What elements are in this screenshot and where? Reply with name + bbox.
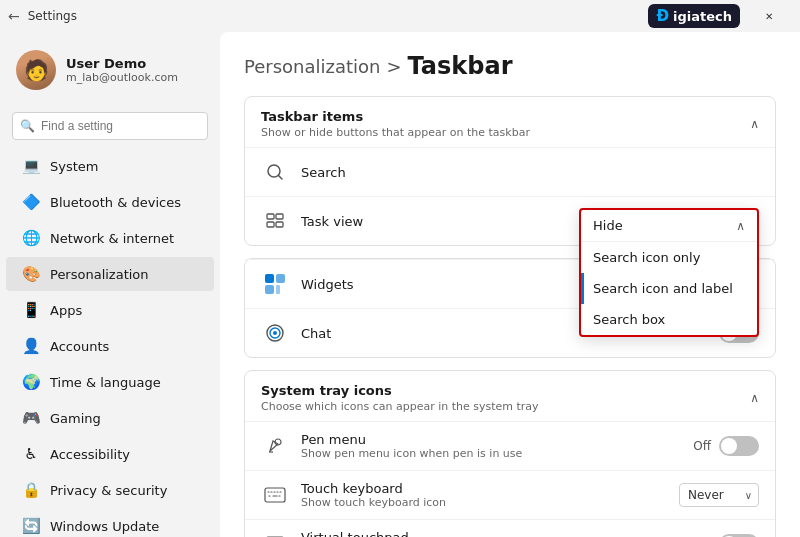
apps-icon: 📱 bbox=[22, 301, 40, 319]
svg-rect-6 bbox=[265, 274, 274, 283]
popup-hide-label[interactable]: Hide bbox=[593, 218, 623, 233]
taskbar-items-subtitle: Show or hide buttons that appear on the … bbox=[261, 126, 530, 139]
touch-keyboard-dropdown-value: Never bbox=[688, 488, 724, 502]
breadcrumb-parent[interactable]: Personalization bbox=[244, 56, 380, 77]
digiatech-logo: Ð igiatech bbox=[648, 4, 740, 28]
accounts-icon: 👤 bbox=[22, 337, 40, 355]
bluetooth-icon: 🔷 bbox=[22, 193, 40, 211]
sidebar-label-apps: Apps bbox=[50, 303, 82, 318]
sidebar-label-accounts: Accounts bbox=[50, 339, 109, 354]
search-dropdown-popup[interactable]: Hide ∧ Search icon only Search icon and … bbox=[579, 208, 759, 337]
sidebar-label-system: System bbox=[50, 159, 98, 174]
popup-chevron[interactable]: ∧ bbox=[736, 219, 745, 233]
popup-option-icon-label[interactable]: Search icon and label bbox=[581, 273, 757, 304]
accessibility-icon: ♿ bbox=[22, 445, 40, 463]
sidebar: 🧑 User Demo m_lab@outlook.com 🔍 💻 System… bbox=[0, 32, 220, 537]
virtual-touchpad-content: Virtual touchpad Always show virtual tou… bbox=[301, 530, 693, 537]
pen-menu-item: Pen menu Show pen menu icon when pen is … bbox=[245, 421, 775, 470]
virtual-touchpad-item: Virtual touchpad Always show virtual tou… bbox=[245, 519, 775, 537]
search-item-label: Search bbox=[301, 165, 759, 180]
sidebar-item-update[interactable]: 🔄 Windows Update bbox=[6, 509, 214, 537]
avatar-image: 🧑 bbox=[16, 50, 56, 90]
sidebar-item-privacy[interactable]: 🔒 Privacy & security bbox=[6, 473, 214, 507]
chat-icon bbox=[261, 319, 289, 347]
popup-header: Hide ∧ bbox=[581, 210, 757, 242]
sidebar-item-bluetooth[interactable]: 🔷 Bluetooth & devices bbox=[6, 185, 214, 219]
sidebar-item-network[interactable]: 🌐 Network & internet bbox=[6, 221, 214, 255]
svg-point-12 bbox=[273, 331, 277, 335]
taskview-icon bbox=[261, 207, 289, 235]
pen-menu-label: Pen menu bbox=[301, 432, 693, 447]
pen-menu-control: Off bbox=[693, 436, 759, 456]
back-arrow[interactable]: ← bbox=[8, 8, 20, 24]
sidebar-label-accessibility: Accessibility bbox=[50, 447, 130, 462]
system-tray-chevron[interactable]: ∧ bbox=[750, 391, 759, 405]
taskbar-items-title: Taskbar items bbox=[261, 109, 530, 124]
gaming-icon: 🎮 bbox=[22, 409, 40, 427]
update-icon: 🔄 bbox=[22, 517, 40, 535]
sidebar-label-privacy: Privacy & security bbox=[50, 483, 167, 498]
touch-keyboard-desc: Show touch keyboard icon bbox=[301, 496, 679, 509]
popup-option-search-box[interactable]: Search box bbox=[581, 304, 757, 335]
svg-rect-2 bbox=[267, 214, 274, 219]
svg-rect-8 bbox=[276, 274, 285, 283]
sidebar-item-accessibility[interactable]: ♿ Accessibility bbox=[6, 437, 214, 471]
breadcrumb-current: Taskbar bbox=[408, 52, 513, 80]
touch-keyboard-label: Touch keyboard bbox=[301, 481, 679, 496]
personalization-icon: 🎨 bbox=[22, 265, 40, 283]
sidebar-label-update: Windows Update bbox=[50, 519, 159, 534]
system-icon: 💻 bbox=[22, 157, 40, 175]
sidebar-item-system[interactable]: 💻 System bbox=[6, 149, 214, 183]
popup-option-icon-label-text: Search icon and label bbox=[593, 281, 733, 296]
breadcrumb-separator: > bbox=[386, 56, 401, 77]
system-tray-header[interactable]: System tray icons Choose which icons can… bbox=[245, 371, 775, 421]
user-profile[interactable]: 🧑 User Demo m_lab@outlook.com bbox=[0, 40, 220, 100]
sidebar-item-time[interactable]: 🌍 Time & language bbox=[6, 365, 214, 399]
svg-rect-5 bbox=[276, 222, 283, 227]
touch-keyboard-dropdown[interactable]: Never bbox=[679, 483, 759, 507]
app-container: 🧑 User Demo m_lab@outlook.com 🔍 💻 System… bbox=[0, 32, 800, 537]
system-tray-subtitle: Choose which icons can appear in the sys… bbox=[261, 400, 539, 413]
avatar: 🧑 bbox=[16, 50, 56, 90]
pen-menu-state: Off bbox=[693, 439, 711, 453]
close-button[interactable]: ✕ bbox=[746, 0, 792, 32]
sidebar-label-bluetooth: Bluetooth & devices bbox=[50, 195, 181, 210]
touch-keyboard-control: Never bbox=[679, 483, 759, 507]
search-item-icon bbox=[261, 158, 289, 186]
user-info: User Demo m_lab@outlook.com bbox=[66, 56, 178, 84]
section-title-container: Taskbar items Show or hide buttons that … bbox=[261, 109, 530, 139]
touch-keyboard-content: Touch keyboard Show touch keyboard icon bbox=[301, 481, 679, 509]
breadcrumb: Personalization > Taskbar bbox=[244, 52, 776, 80]
pen-menu-toggle-knob bbox=[721, 438, 737, 454]
sidebar-item-personalization[interactable]: 🎨 Personalization bbox=[6, 257, 214, 291]
keyboard-icon bbox=[261, 481, 289, 509]
content-area: Personalization > Taskbar Taskbar items … bbox=[220, 32, 800, 537]
pen-menu-toggle[interactable] bbox=[719, 436, 759, 456]
sidebar-label-gaming: Gaming bbox=[50, 411, 101, 426]
taskbar-items-chevron[interactable]: ∧ bbox=[750, 117, 759, 131]
logo-d: Ð bbox=[656, 7, 669, 25]
taskbar-items-section: Taskbar items Show or hide buttons that … bbox=[244, 96, 776, 246]
taskbar-items-header[interactable]: Taskbar items Show or hide buttons that … bbox=[245, 97, 775, 147]
search-input[interactable] bbox=[12, 112, 208, 140]
search-icon: 🔍 bbox=[20, 119, 35, 133]
sidebar-item-apps[interactable]: 📱 Apps bbox=[6, 293, 214, 327]
sidebar-label-time: Time & language bbox=[50, 375, 161, 390]
pen-icon bbox=[261, 432, 289, 460]
sidebar-label-network: Network & internet bbox=[50, 231, 174, 246]
popup-option-icon-only[interactable]: Search icon only bbox=[581, 242, 757, 273]
user-name: User Demo bbox=[66, 56, 178, 71]
system-tray-section: System tray icons Choose which icons can… bbox=[244, 370, 776, 537]
svg-rect-9 bbox=[276, 285, 280, 294]
search-item-content: Search bbox=[301, 165, 759, 180]
system-tray-title: System tray icons bbox=[261, 383, 539, 398]
sidebar-item-gaming[interactable]: 🎮 Gaming bbox=[6, 401, 214, 435]
sidebar-label-personalization: Personalization bbox=[50, 267, 149, 282]
sidebar-item-accounts[interactable]: 👤 Accounts bbox=[6, 329, 214, 363]
user-email: m_lab@outlook.com bbox=[66, 71, 178, 84]
logo-text: igiatech bbox=[673, 9, 732, 24]
popup-option-icon-only-label: Search icon only bbox=[593, 250, 700, 265]
search-box: 🔍 bbox=[12, 112, 208, 140]
privacy-icon: 🔒 bbox=[22, 481, 40, 499]
time-icon: 🌍 bbox=[22, 373, 40, 391]
